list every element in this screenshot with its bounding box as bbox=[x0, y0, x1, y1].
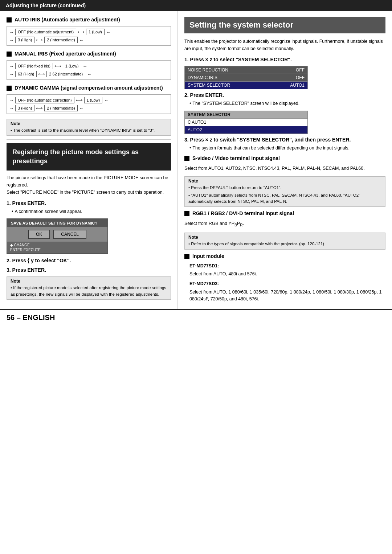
dynamic-gamma-title: DYNAMIC GAMMA (signal compensation amoun… bbox=[7, 85, 171, 91]
right-title: Setting the system selector bbox=[184, 17, 385, 33]
right-step-3: 3. Press × z to switch "SYSTEM SELECTOR"… bbox=[184, 137, 385, 152]
register-step-3: 3. Press ENTER. bbox=[7, 267, 171, 273]
two-col-layout: AUTO IRIS (Automatic aperture adjustment… bbox=[0, 11, 392, 309]
section-header-text: Adjusting the picture (continued) bbox=[6, 3, 86, 8]
sys-menu-header: SYSTEM SELECTOR bbox=[185, 111, 308, 118]
page-footer-text: 56 – ENGLISH bbox=[7, 313, 55, 321]
menu-row-dynamic-iris: DYNAMIC IRIS OFF bbox=[185, 74, 308, 82]
m-arrow-left-2: ← bbox=[87, 71, 91, 77]
dg-arrow-right-1: → bbox=[9, 98, 14, 103]
note-box-2: Note • If the registered picture mode is… bbox=[7, 276, 171, 300]
dg-off-box: OFF (No automatic correction) bbox=[15, 97, 74, 103]
auto-iris-mid-box: 2 (Intermediate) bbox=[44, 37, 78, 43]
auto-iris-high-box: 3 (High) bbox=[15, 37, 34, 43]
sys-menu-table: SYSTEM SELECTOR C AUTO1 AUTO2 bbox=[184, 111, 308, 134]
note-box-4: Note • Refer to the types of signals com… bbox=[184, 233, 385, 249]
menu-table: NOISE REDUCTION OFF DYNAMIC IRIS OFF SYS… bbox=[184, 66, 308, 89]
note-title-3: Note bbox=[188, 178, 381, 184]
auto-iris-low-box: 1 (Low) bbox=[86, 29, 105, 35]
note-box-1: Note • The contrast is set to the maximu… bbox=[7, 119, 171, 136]
arrow-right-2: ⟷ bbox=[78, 29, 85, 35]
sys-menu-auto2-row: AUTO2 bbox=[185, 126, 308, 134]
dialog-footer: ◆ CHANGE ENTER EXECUTE bbox=[7, 242, 107, 253]
sys-menu-auto1-row: C AUTO1 bbox=[185, 118, 308, 126]
black-square-icon-4 bbox=[184, 156, 189, 161]
manual-iris-low-box: 1 (Low) bbox=[63, 63, 81, 69]
menu-label-system-selector: SYSTEM SELECTOR bbox=[185, 82, 271, 89]
dg-arrow-right-3: → bbox=[9, 106, 14, 111]
dg-arrow-left-2: ← bbox=[79, 106, 84, 111]
dg-high-box: 3 (High) bbox=[15, 105, 34, 111]
arrow-right-4: ⟷ bbox=[36, 37, 43, 43]
dg-arrow-right-2: ⟷ bbox=[76, 98, 83, 103]
arrow-left-1: ← bbox=[106, 29, 111, 35]
note-text-1: • The contrast is set to the maximum lev… bbox=[11, 127, 167, 134]
manual-flow-row-2: → 63 (High) ⟷ 2 62 (Intermediate) ← bbox=[8, 71, 169, 77]
auto-iris-diagram: → OFF (No automatic adjustment) ⟷ 1 (Low… bbox=[7, 26, 171, 46]
register-step-2-title: 2. Press { y to select "OK". bbox=[7, 258, 171, 263]
manual-iris-high-box: 63 (High) bbox=[15, 71, 37, 77]
dialog-footer-change: ◆ CHANGE bbox=[10, 243, 105, 247]
dg-arrow-left-1: ← bbox=[104, 98, 109, 103]
note-title-4: Note bbox=[188, 235, 381, 240]
register-step-1-title: 1. Press ENTER. bbox=[7, 200, 171, 206]
right-column: Setting the system selector This enables… bbox=[178, 11, 392, 309]
et-md77sd3-label: ET-MD77SD3: bbox=[189, 280, 385, 287]
dialog-ok-button[interactable]: OK bbox=[28, 230, 50, 239]
dg-arrow-right-4: ⟷ bbox=[36, 106, 43, 111]
page-container: Adjusting the picture (continued) AUTO I… bbox=[0, 0, 392, 554]
register-step-1-bullet: • A confirmation screen will appear. bbox=[12, 208, 171, 215]
register-header: Registering the picture mode settings as… bbox=[7, 143, 171, 170]
note-text-3a: • Press the DEFAULT button to return to … bbox=[188, 185, 381, 191]
menu-val-dynamic-iris: OFF bbox=[271, 74, 308, 82]
dg-low-box: 1 (Low) bbox=[84, 97, 103, 103]
note-text-4: • Refer to the types of signals compatib… bbox=[188, 241, 381, 247]
manual-iris-mid-box: 2 62 (Intermediate) bbox=[46, 71, 85, 77]
right-step-2-title: 2. Press ENTER. bbox=[184, 92, 385, 98]
rgb-title: RGB1 / RGB2 / DVI-D terminal input signa… bbox=[184, 210, 385, 216]
rgb-desc: Select from RGB and YPBPR. bbox=[184, 220, 385, 228]
dialog-footer-execute: ENTER EXECUTE bbox=[10, 248, 105, 252]
svideo-title: S-video / Video terminal input signal bbox=[184, 155, 385, 161]
menu-row-system-selector: SYSTEM SELECTOR AUTO1 bbox=[185, 82, 308, 89]
et-md77sd1-block: ET-MD77SD1: Select from AUTO, 480i and 5… bbox=[189, 263, 385, 303]
dialog-box: SAVE AS DEFAULT SETTING FOR DYNAMIC? OK … bbox=[7, 218, 108, 254]
note-text-2: • If the registered picture mode is sele… bbox=[11, 285, 167, 297]
m-arrow-right-3: → bbox=[9, 71, 14, 77]
section-header: Adjusting the picture (continued) bbox=[0, 0, 392, 11]
black-square-icon bbox=[7, 17, 12, 22]
note-text-3b: • "AUTO1" automatically selects from NTS… bbox=[188, 192, 381, 205]
m-arrow-right-2: ⟷ bbox=[54, 63, 61, 69]
menu-label-dynamic-iris: DYNAMIC IRIS bbox=[185, 74, 271, 82]
flow-row-2: → 3 (High) ⟷ 2 (Intermediate) ← bbox=[8, 37, 169, 43]
auto-iris-title: AUTO IRIS (Automatic aperture adjustment… bbox=[7, 17, 171, 22]
sys-menu-auto1: C AUTO1 bbox=[185, 118, 308, 126]
black-square-icon-3 bbox=[7, 86, 12, 91]
right-step-3-title: 3. Press × z to switch "SYSTEM SELECTOR"… bbox=[184, 137, 385, 143]
register-desc: The picture settings that have been made… bbox=[7, 174, 171, 196]
right-step-2: 2. Press ENTER. • The "SYSTEM SELECTOR" … bbox=[184, 92, 385, 107]
dialog-title: SAVE AS DEFAULT SETTING FOR DYNAMIC? bbox=[7, 219, 107, 227]
et-md77sd1-label: ET-MD77SD1: bbox=[189, 263, 385, 270]
manual-iris-title: MANUAL IRIS (Fixed aperture adjustment) bbox=[7, 51, 171, 57]
right-step-1-title: 1. Press × z to select "SYSTEM SELECTOR"… bbox=[184, 57, 385, 62]
left-column: AUTO IRIS (Automatic aperture adjustment… bbox=[0, 11, 178, 309]
black-square-icon-6 bbox=[184, 254, 189, 259]
right-step-3-bullet: • The system formats that can be selecte… bbox=[189, 145, 385, 152]
manual-iris-off-box: OFF (No fixed iris) bbox=[15, 63, 53, 69]
register-step-1: 1. Press ENTER. • A confirmation screen … bbox=[7, 200, 171, 215]
note-title-2: Note bbox=[11, 279, 167, 284]
dialog-cancel-button[interactable]: CANCEL bbox=[53, 230, 86, 239]
input-module-title: Input module bbox=[184, 253, 385, 259]
manual-flow-row-1: → OFF (No fixed iris) ⟷ 1 (Low) ← bbox=[8, 63, 169, 69]
flow-row-1: → OFF (No automatic adjustment) ⟷ 1 (Low… bbox=[8, 29, 169, 35]
m-arrow-right-4: ⟷ bbox=[38, 71, 45, 77]
dg-flow-row-1: → OFF (No automatic correction) ⟷ 1 (Low… bbox=[8, 97, 169, 103]
arrow-left-2: ← bbox=[79, 37, 84, 43]
m-arrow-right-1: → bbox=[9, 63, 14, 69]
manual-iris-diagram: → OFF (No fixed iris) ⟷ 1 (Low) ← → 63 (… bbox=[7, 60, 171, 80]
sys-menu-header-row: SYSTEM SELECTOR bbox=[185, 111, 308, 118]
dg-mid-box: 2 (Intermediate) bbox=[44, 105, 78, 111]
black-square-icon-2 bbox=[7, 52, 12, 57]
register-step-2: 2. Press { y to select "OK". bbox=[7, 258, 171, 263]
